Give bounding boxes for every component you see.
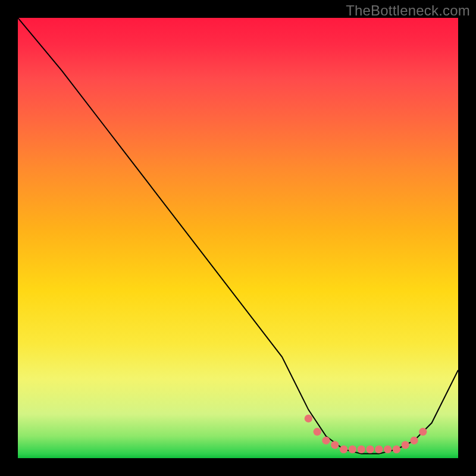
sweet-spot-marker (393, 446, 400, 453)
sweet-spot-marker (419, 428, 427, 436)
sweet-spot-marker (305, 415, 312, 422)
sweet-spot-marker (349, 446, 356, 453)
chart-frame: TheBottleneck.com (0, 0, 476, 476)
bottleneck-curve (18, 18, 458, 454)
marker-group (305, 415, 427, 453)
gradient-plot-area (18, 18, 458, 458)
sweet-spot-marker (402, 441, 409, 449)
sweet-spot-marker (322, 437, 330, 444)
watermark-text: TheBottleneck.com (346, 2, 470, 19)
sweet-spot-marker (331, 441, 339, 449)
sweet-spot-marker (384, 446, 392, 453)
curve-svg (18, 18, 458, 458)
sweet-spot-marker (358, 446, 365, 453)
sweet-spot-marker (375, 446, 383, 453)
sweet-spot-marker (366, 446, 374, 453)
sweet-spot-marker (410, 437, 418, 444)
sweet-spot-marker (340, 446, 347, 453)
sweet-spot-marker (314, 428, 321, 436)
